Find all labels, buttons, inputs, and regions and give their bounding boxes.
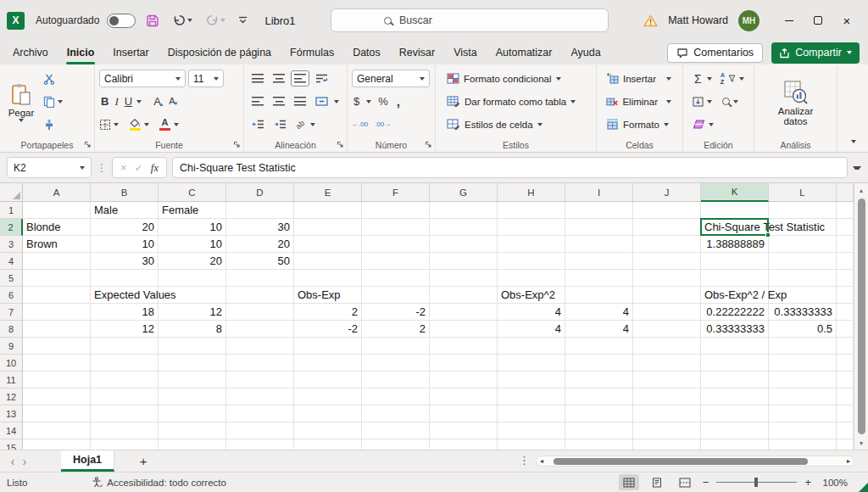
row-header-1[interactable]: 1	[0, 202, 23, 219]
italic-button[interactable]: I	[113, 95, 120, 108]
cell-D15[interactable]	[226, 439, 294, 450]
cell-B1[interactable]: Male	[91, 202, 159, 219]
col-header-E[interactable]: E	[294, 183, 362, 202]
cell-G2[interactable]	[430, 219, 498, 236]
row-header-7[interactable]: 7	[0, 304, 23, 321]
cell-E2[interactable]	[294, 219, 362, 236]
cell-J1[interactable]	[633, 202, 701, 219]
fill-down-icon[interactable]	[693, 97, 704, 107]
decrease-font-button[interactable]: A▾	[167, 96, 179, 107]
align-center-button[interactable]	[270, 93, 288, 109]
col-header-A[interactable]: A	[23, 183, 91, 202]
cell-I2[interactable]	[565, 219, 633, 236]
cell-F5[interactable]	[362, 270, 430, 287]
tab-disposicion[interactable]: Disposición de página	[159, 41, 281, 64]
cell-K1[interactable]	[701, 202, 769, 219]
cell-A4[interactable]	[23, 253, 91, 270]
cell-I13[interactable]	[565, 405, 633, 422]
align-right-button[interactable]	[291, 93, 309, 109]
align-left-button[interactable]	[248, 93, 267, 109]
row-header-11[interactable]: 11	[0, 372, 23, 389]
customize-toolbar-button[interactable]	[236, 16, 250, 25]
font-color-button[interactable]: A	[159, 118, 171, 131]
cell-J14[interactable]	[633, 422, 701, 439]
cell-E8[interactable]: -2	[294, 321, 362, 338]
cell-I12[interactable]	[565, 389, 633, 405]
cell-K15[interactable]	[701, 439, 769, 450]
cell-H11[interactable]	[498, 372, 565, 389]
tab-formulas[interactable]: Fórmulas	[281, 41, 343, 64]
cell-H1[interactable]	[498, 202, 565, 219]
cell-L9[interactable]	[769, 338, 837, 355]
search-input[interactable]: Buscar	[331, 8, 609, 32]
cell-H4[interactable]	[498, 253, 565, 270]
cell-C2[interactable]: 10	[159, 219, 226, 236]
cell-A7[interactable]	[23, 304, 91, 321]
cell-L7[interactable]: 0.33333333	[769, 304, 837, 321]
cell-E7[interactable]: 2	[294, 304, 362, 321]
tab-insertar[interactable]: Insertar	[103, 41, 158, 64]
normal-view-button[interactable]	[619, 474, 639, 490]
tab-datos[interactable]: Datos	[343, 41, 390, 64]
format-as-table-button[interactable]: Dar formato como tabla	[444, 90, 594, 113]
cell-partial-7[interactable]	[837, 304, 854, 321]
cell-G4[interactable]	[430, 253, 498, 270]
col-header-H[interactable]: H	[498, 183, 565, 202]
borders-icon[interactable]	[99, 119, 111, 131]
cell-B3[interactable]: 10	[91, 236, 159, 253]
cell-B9[interactable]	[91, 338, 159, 355]
cell-I3[interactable]	[565, 236, 633, 253]
col-header-B[interactable]: B	[91, 183, 159, 202]
cell-partial-14[interactable]	[837, 422, 854, 439]
cell-K9[interactable]	[701, 338, 769, 355]
name-box[interactable]: K2	[7, 157, 92, 178]
cell-G1[interactable]	[430, 202, 498, 219]
cell-C4[interactable]: 20	[159, 253, 226, 270]
row-header-4[interactable]: 4	[0, 253, 23, 270]
sort-filter-button[interactable]: AZ	[721, 72, 725, 85]
zoom-slider[interactable]	[716, 482, 797, 483]
cell-B10[interactable]	[91, 355, 159, 372]
cell-I5[interactable]	[565, 270, 633, 287]
cell-A12[interactable]	[23, 389, 91, 405]
cell-B7[interactable]: 18	[91, 304, 159, 321]
cancel-formula-button[interactable]: ×	[120, 161, 127, 174]
currency-button[interactable]: $	[352, 95, 361, 108]
cell-partial-3[interactable]	[837, 236, 854, 253]
tab-revisar[interactable]: Revisar	[390, 41, 444, 64]
scrollbar-options-icon[interactable]: ⋮	[519, 454, 530, 467]
cell-E13[interactable]	[294, 405, 362, 422]
cell-I4[interactable]	[565, 253, 633, 270]
cell-partial-2[interactable]	[837, 219, 854, 236]
cell-J5[interactable]	[633, 270, 701, 287]
cell-I14[interactable]	[565, 422, 633, 439]
cell-partial-15[interactable]	[837, 439, 854, 450]
cell-G14[interactable]	[430, 422, 498, 439]
vertical-scrollbar-thumb[interactable]	[858, 198, 865, 434]
cell-F11[interactable]	[362, 372, 430, 389]
col-header-partial[interactable]	[837, 183, 854, 202]
cell-J2[interactable]	[633, 219, 701, 236]
cell-partial-6[interactable]	[837, 287, 854, 304]
cell-I9[interactable]	[565, 338, 633, 355]
decrease-indent-button[interactable]	[248, 116, 268, 132]
cell-G10[interactable]	[430, 355, 498, 372]
vertical-scrollbar[interactable]: ▴ ▾	[854, 183, 868, 450]
cell-C9[interactable]	[159, 338, 226, 355]
cell-partial-8[interactable]	[837, 321, 854, 338]
horizontal-scrollbar-thumb[interactable]	[554, 458, 808, 465]
cell-F2[interactable]	[362, 219, 430, 236]
cell-D9[interactable]	[226, 338, 294, 355]
cell-H10[interactable]	[498, 355, 565, 372]
bold-button[interactable]: B	[99, 95, 110, 108]
warning-icon[interactable]	[643, 14, 658, 27]
cell-B12[interactable]	[91, 389, 159, 405]
cell-B5[interactable]	[91, 270, 159, 287]
cell-A11[interactable]	[23, 372, 91, 389]
cell-H14[interactable]	[498, 422, 565, 439]
align-top-button[interactable]	[248, 70, 267, 87]
cell-B6[interactable]: Expected Values	[91, 287, 159, 304]
cell-C8[interactable]: 8	[159, 321, 226, 338]
cell-C14[interactable]	[159, 422, 226, 439]
horizontal-scrollbar[interactable]: ◂ ▸	[536, 456, 854, 467]
